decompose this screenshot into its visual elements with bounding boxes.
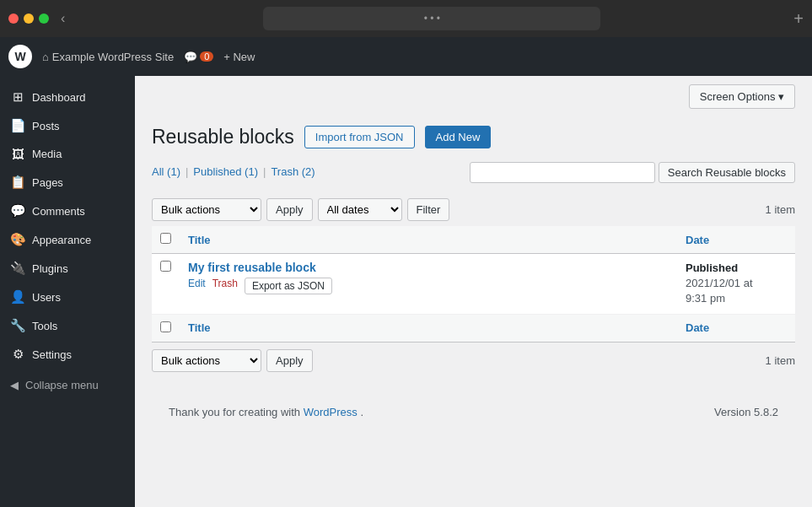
bulk-actions-select-top[interactable]: Bulk actions xyxy=(152,198,261,221)
title-column-footer[interactable]: Title xyxy=(180,314,677,342)
sidebar-item-appearance[interactable]: 🎨 Appearance xyxy=(0,225,135,254)
filter-button[interactable]: Filter xyxy=(407,198,450,221)
sidebar-item-label: Users xyxy=(32,291,61,304)
appearance-icon: 🎨 xyxy=(10,232,25,247)
edit-action-link[interactable]: Edit xyxy=(188,278,206,294)
row-title-link[interactable]: My first reusable block xyxy=(188,261,316,274)
main-layout: ⊞ Dashboard 📄 Posts 🖼 Media 📋 Pages 💬 Co… xyxy=(0,76,812,507)
select-all-header xyxy=(152,226,180,254)
sidebar-item-tools[interactable]: 🔧 Tools xyxy=(0,311,135,340)
footer-text: Thank you for creating with WordPress . xyxy=(169,406,363,418)
sidebar-item-label: Dashboard xyxy=(32,91,86,104)
new-tab-button[interactable]: + xyxy=(793,9,804,29)
filter-published-link[interactable]: Published (1) xyxy=(193,165,258,178)
sidebar-item-dashboard[interactable]: ⊞ Dashboard xyxy=(0,83,135,111)
sidebar: ⊞ Dashboard 📄 Posts 🖼 Media 📋 Pages 💬 Co… xyxy=(0,76,135,507)
table-row: My first reusable block Edit Trash Expor… xyxy=(152,254,795,315)
sidebar-item-label: Settings xyxy=(32,348,72,361)
top-actions-row: Bulk actions Apply All dates Filter 1 it… xyxy=(152,198,795,221)
sidebar-item-label: Pages xyxy=(32,176,63,189)
search-input[interactable] xyxy=(470,162,655,183)
wp-admin-bar: W Example WordPress Site 💬 0 + New xyxy=(0,37,812,76)
screen-options-button[interactable]: Screen Options ▾ xyxy=(689,84,795,109)
sidebar-item-settings[interactable]: ⚙ Settings xyxy=(0,340,135,369)
plugins-icon: 🔌 xyxy=(10,261,25,276)
reusable-blocks-table: Title Date My first reusable block Edit xyxy=(152,226,795,342)
sidebar-item-label: Tools xyxy=(32,320,57,332)
sidebar-item-label: Appearance xyxy=(32,234,91,246)
sidebar-item-users[interactable]: 👤 Users xyxy=(0,283,135,311)
maximize-dot[interactable] xyxy=(39,13,49,24)
sidebar-item-plugins[interactable]: 🔌 Plugins xyxy=(0,254,135,283)
sidebar-item-label: Comments xyxy=(32,205,85,218)
version-label: Version 5.8.2 xyxy=(714,406,778,418)
media-icon: 🖼 xyxy=(10,147,25,161)
browser-dots xyxy=(8,13,49,24)
sidebar-item-media[interactable]: 🖼 Media xyxy=(0,140,135,168)
date-column-footer[interactable]: Date xyxy=(677,314,795,342)
row-time: 9:31 pm xyxy=(686,292,725,305)
filter-search-row: All (1) | Published (1) | Trash (2) xyxy=(152,162,795,190)
trash-action-link[interactable]: Trash xyxy=(212,278,238,294)
address-dots: • • • xyxy=(424,13,440,24)
title-column-header[interactable]: Title xyxy=(180,226,677,254)
row-actions: Edit Trash Export as JSON xyxy=(188,278,669,294)
page-footer: Thank you for creating with WordPress . … xyxy=(152,389,795,435)
collapse-icon: ◀ xyxy=(10,379,19,391)
sidebar-item-label: Plugins xyxy=(32,262,68,275)
collapse-menu-button[interactable]: ◀ Collapse menu xyxy=(0,372,135,398)
apply-button-top[interactable]: Apply xyxy=(266,198,313,221)
filter-trash-link[interactable]: Trash (2) xyxy=(271,165,315,178)
item-count-bottom: 1 item xyxy=(766,354,795,367)
apply-button-bottom[interactable]: Apply xyxy=(266,349,313,372)
select-all-checkbox-footer[interactable] xyxy=(160,321,171,332)
new-content-link[interactable]: + New xyxy=(223,51,255,63)
import-json-button[interactable]: Import from JSON xyxy=(304,126,415,148)
row-checkbox-cell xyxy=(152,254,180,315)
select-all-footer xyxy=(152,314,180,342)
comments-link[interactable]: 💬 0 xyxy=(184,51,213,63)
dashboard-icon: ⊞ xyxy=(10,89,25,105)
sidebar-item-label: Media xyxy=(32,148,62,160)
sidebar-item-posts[interactable]: 📄 Posts xyxy=(0,111,135,140)
bulk-actions-select-bottom[interactable]: Bulk actions xyxy=(152,349,261,372)
sidebar-item-comments[interactable]: 💬 Comments xyxy=(0,197,135,225)
search-button[interactable]: Search Reusable blocks xyxy=(659,162,795,183)
content-area: Screen Options ▾ Reusable blocks Import … xyxy=(135,76,812,507)
select-all-checkbox[interactable] xyxy=(160,233,171,244)
item-count-top: 1 item xyxy=(766,203,795,216)
date-filter-select[interactable]: All dates xyxy=(318,198,402,221)
close-dot[interactable] xyxy=(8,13,19,24)
page-content: Reusable blocks Import from JSON Add New… xyxy=(135,117,812,452)
separator-2: | xyxy=(263,165,266,178)
add-new-button[interactable]: Add New xyxy=(425,126,492,148)
export-json-action-button[interactable]: Export as JSON xyxy=(245,278,332,294)
date-column-header[interactable]: Date xyxy=(677,226,795,254)
row-date: 2021/12/01 at xyxy=(686,277,753,289)
sidebar-item-pages[interactable]: 📋 Pages xyxy=(0,168,135,197)
bottom-actions-row: Bulk actions Apply 1 item xyxy=(152,349,795,372)
settings-icon: ⚙ xyxy=(10,347,25,362)
page-title: Reusable blocks xyxy=(152,126,294,148)
browser-chrome: ‹ • • • + xyxy=(0,0,812,37)
wordpress-link[interactable]: WordPress xyxy=(304,406,358,418)
filter-links: All (1) | Published (1) | Trash (2) xyxy=(152,165,315,178)
minimize-dot[interactable] xyxy=(24,13,34,24)
site-name[interactable]: Example WordPress Site xyxy=(42,51,174,63)
back-button[interactable]: ‹ xyxy=(56,9,70,28)
search-row: Search Reusable blocks xyxy=(470,162,795,183)
address-bar[interactable]: • • • xyxy=(263,7,600,30)
users-icon: 👤 xyxy=(10,289,25,305)
pages-icon: 📋 xyxy=(10,175,25,190)
comments-icon: 💬 xyxy=(10,203,25,218)
collapse-label: Collapse menu xyxy=(25,379,99,391)
row-checkbox[interactable] xyxy=(160,261,171,272)
filter-all-link[interactable]: All (1) xyxy=(152,165,180,178)
wp-logo[interactable]: W xyxy=(8,45,32,68)
screen-options-bar: Screen Options ▾ xyxy=(135,76,812,117)
row-status: Published xyxy=(686,262,738,274)
sidebar-item-label: Posts xyxy=(32,120,60,132)
row-date-cell: Published 2021/12/01 at 9:31 pm xyxy=(677,254,795,315)
tools-icon: 🔧 xyxy=(10,318,25,333)
row-title-cell: My first reusable block Edit Trash Expor… xyxy=(180,254,677,315)
